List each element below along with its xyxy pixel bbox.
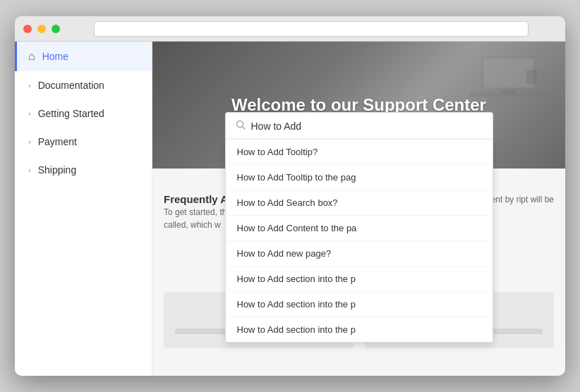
search-box xyxy=(225,112,493,140)
sidebar-item-home[interactable]: ⌂ Home xyxy=(15,42,152,71)
laptop-image xyxy=(466,49,551,105)
chevron-icon: › xyxy=(28,137,31,146)
dropdown-item[interactable]: How to Add Tooltip? xyxy=(226,140,493,165)
chevron-icon: › xyxy=(28,81,31,90)
search-dropdown-container: How to Add Tooltip? How to Add Tooltip t… xyxy=(225,112,493,343)
close-button[interactable] xyxy=(23,25,32,33)
browser-body: ⌂ Home › Documentation › Getting Started… xyxy=(15,42,565,376)
address-bar[interactable] xyxy=(94,21,528,37)
sidebar-label-documentation: Documentation xyxy=(38,80,104,91)
search-input[interactable] xyxy=(251,121,483,132)
home-icon: ⌂ xyxy=(28,50,35,63)
dropdown-item[interactable]: How to Add section into the p xyxy=(226,267,493,292)
svg-rect-4 xyxy=(526,70,537,84)
search-icon xyxy=(236,120,246,132)
faq-title: Frequently A xyxy=(164,193,228,205)
svg-line-6 xyxy=(242,127,245,130)
dropdown-item[interactable]: How to Add Search box? xyxy=(226,190,493,216)
dropdown-item[interactable]: How to Add new page? xyxy=(226,241,493,267)
sidebar-item-payment[interactable]: › Payment xyxy=(15,128,152,156)
svg-rect-1 xyxy=(484,59,533,87)
search-dropdown-list: How to Add Tooltip? How to Add Tooltip t… xyxy=(225,140,493,343)
sidebar-label-payment: Payment xyxy=(38,136,77,147)
card-line xyxy=(175,329,231,334)
sidebar-label-getting-started: Getting Started xyxy=(38,108,104,119)
sidebar-label-home: Home xyxy=(42,51,68,62)
sidebar-label-shipping: Shipping xyxy=(38,164,77,176)
card-line xyxy=(486,329,543,334)
chevron-icon: › xyxy=(28,109,31,118)
svg-rect-3 xyxy=(502,90,516,94)
sidebar: ⌂ Home › Documentation › Getting Started… xyxy=(15,42,152,376)
dropdown-item[interactable]: How to Add Tooltip to the pag xyxy=(226,165,493,190)
dropdown-item[interactable]: How to Add section into the p xyxy=(226,292,493,317)
main-content: Welcome to our Support Center How to Add… xyxy=(152,42,565,376)
dropdown-item[interactable]: How to Add Content to the pa xyxy=(226,216,493,241)
sidebar-item-getting-started[interactable]: › Getting Started xyxy=(15,99,152,128)
sidebar-item-documentation[interactable]: › Documentation xyxy=(15,71,152,99)
dropdown-item[interactable]: How to Add section into the p xyxy=(226,317,493,342)
browser-titlebar xyxy=(15,16,565,42)
browser-window: ⌂ Home › Documentation › Getting Started… xyxy=(15,16,565,376)
maximize-button[interactable] xyxy=(52,25,60,33)
sidebar-item-shipping[interactable]: › Shipping xyxy=(15,156,152,184)
chevron-icon: › xyxy=(28,166,31,174)
minimize-button[interactable] xyxy=(37,25,46,33)
